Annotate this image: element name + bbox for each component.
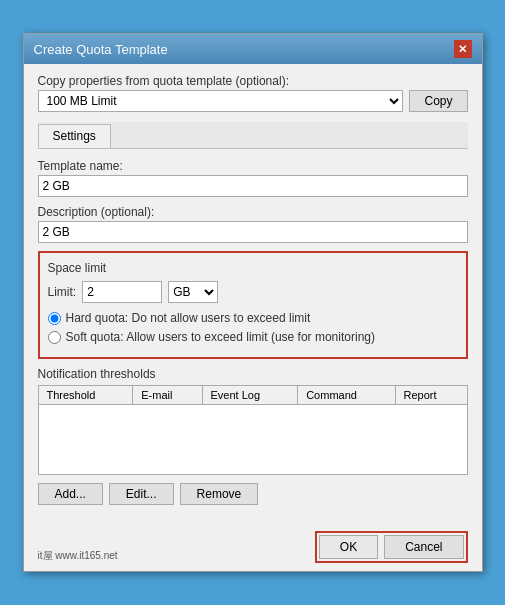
tab-bar: Settings <box>38 122 468 149</box>
col-email: E-mail <box>133 386 202 405</box>
footer-area: it屋 www.it165.net OK Cancel <box>24 525 482 571</box>
space-limit-box: Space limit Limit: MB GB TB Hard quota: … <box>38 251 468 359</box>
description-input[interactable] <box>38 221 468 243</box>
soft-quota-label: Soft quota: Allow users to exceed limit … <box>66 330 375 344</box>
col-report: Report <box>395 386 467 405</box>
table-button-row: Add... Edit... Remove <box>38 483 468 505</box>
limit-row: Limit: MB GB TB <box>48 281 458 303</box>
table-empty-row <box>38 405 467 475</box>
col-command: Command <box>298 386 395 405</box>
col-eventlog: Event Log <box>202 386 298 405</box>
add-button[interactable]: Add... <box>38 483 103 505</box>
unit-select[interactable]: MB GB TB <box>168 281 218 303</box>
ok-cancel-area: OK Cancel <box>315 531 468 563</box>
ok-button[interactable]: OK <box>319 535 378 559</box>
notification-table: Threshold E-mail Event Log Command Repor… <box>38 385 468 475</box>
close-button[interactable]: ✕ <box>454 40 472 58</box>
template-name-label: Template name: <box>38 159 468 173</box>
description-group: Description (optional): <box>38 205 468 243</box>
cancel-button[interactable]: Cancel <box>384 535 463 559</box>
create-quota-dialog: Create Quota Template ✕ Copy properties … <box>23 33 483 572</box>
soft-quota-radio[interactable] <box>48 331 61 344</box>
dialog-title: Create Quota Template <box>34 42 168 57</box>
notification-label: Notification thresholds <box>38 367 468 381</box>
limit-label: Limit: <box>48 285 77 299</box>
watermark: it屋 www.it165.net <box>38 549 118 563</box>
soft-quota-row: Soft quota: Allow users to exceed limit … <box>48 330 458 344</box>
remove-button[interactable]: Remove <box>180 483 259 505</box>
copy-row: 100 MB Limit 200 MB Limit 1 GB Limit 2 G… <box>38 90 468 112</box>
table-header-row: Threshold E-mail Event Log Command Repor… <box>38 386 467 405</box>
copy-button[interactable]: Copy <box>409 90 467 112</box>
copy-section: Copy properties from quota template (opt… <box>38 74 468 112</box>
empty-cell <box>38 405 467 475</box>
notification-section: Notification thresholds Threshold E-mail… <box>38 367 468 475</box>
limit-value-input[interactable] <box>82 281 162 303</box>
edit-button[interactable]: Edit... <box>109 483 174 505</box>
space-limit-title: Space limit <box>48 261 458 275</box>
description-label: Description (optional): <box>38 205 468 219</box>
hard-quota-label: Hard quota: Do not allow users to exceed… <box>66 311 311 325</box>
hard-quota-radio[interactable] <box>48 312 61 325</box>
dialog-body: Copy properties from quota template (opt… <box>24 64 482 525</box>
copy-label: Copy properties from quota template (opt… <box>38 74 468 88</box>
template-name-input[interactable] <box>38 175 468 197</box>
settings-tab[interactable]: Settings <box>38 124 111 148</box>
title-bar: Create Quota Template ✕ <box>24 34 482 64</box>
template-select[interactable]: 100 MB Limit 200 MB Limit 1 GB Limit 2 G… <box>38 90 404 112</box>
col-threshold: Threshold <box>38 386 133 405</box>
template-name-group: Template name: <box>38 159 468 197</box>
hard-quota-row: Hard quota: Do not allow users to exceed… <box>48 311 458 325</box>
